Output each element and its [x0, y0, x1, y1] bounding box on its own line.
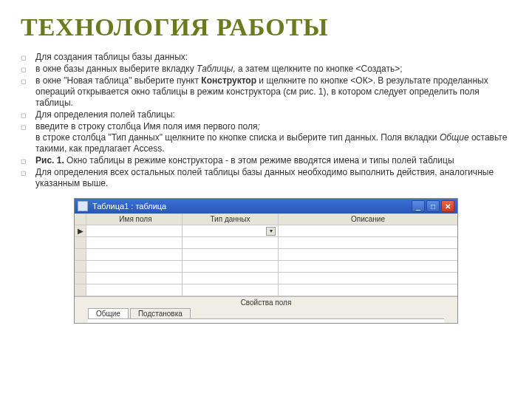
bullet-item: ◻Для создания таблицы базы данных: [21, 52, 511, 63]
col-field-name: Имя поля [86, 214, 183, 225]
tab-lookup[interactable]: Подстановка [130, 308, 191, 318]
row-selector-icon: ▶ [75, 225, 86, 236]
grid-header: Имя поля Тип данных Описание [75, 214, 457, 225]
data-type-cell[interactable]: ▾ [183, 225, 279, 236]
bullet-item: ◻Для определения полей таблицы: [21, 109, 511, 120]
minimize-button[interactable]: _ [412, 200, 425, 212]
bullet-text: в окне "Новая таблица" выберите пункт Ко… [35, 75, 511, 109]
bullet-marker: ◻ [21, 64, 35, 75]
bullet-text: введите в строку столбца Имя поля имя пе… [35, 121, 511, 154]
field-properties-caption: Свойства поля [75, 299, 457, 307]
grid-row[interactable] [75, 284, 457, 296]
bullet-item: ◻Рис. 1. Окно таблицы в режиме конструкт… [21, 155, 511, 166]
bullet-marker: ◻ [21, 167, 35, 189]
grid-row[interactable] [75, 273, 457, 284]
grid-row[interactable] [75, 237, 457, 249]
bullet-text: в окне базы данных выберите вкладку Табл… [35, 64, 511, 75]
bullet-marker: ◻ [21, 109, 35, 120]
property-tabs: Общие Подстановка [75, 308, 457, 318]
description-cell[interactable] [279, 225, 457, 236]
bullet-marker: ◻ [21, 75, 35, 109]
bullet-text: Для определения полей таблицы: [35, 109, 511, 120]
grid-row[interactable] [75, 261, 457, 273]
bullet-text: Для создания таблицы базы данных: [35, 52, 511, 63]
maximize-button[interactable]: □ [426, 200, 440, 212]
bullet-marker: ◻ [21, 155, 35, 166]
slide-title: ТЕХНОЛОГИЯ РАБОТЫ [21, 13, 511, 41]
grid-row[interactable]: ▶ ▾ [75, 225, 457, 237]
bullet-marker: ◻ [21, 52, 35, 63]
grid-row[interactable] [75, 249, 457, 261]
col-data-type: Тип данных [183, 214, 279, 225]
bullet-text: Для определения всех остальных полей таб… [35, 167, 511, 189]
window-titlebar: Таблица1 : таблица _ □ ✕ [75, 199, 457, 214]
col-description: Описание [279, 214, 457, 225]
dropdown-icon[interactable]: ▾ [266, 227, 276, 236]
bullet-text: Рис. 1. Окно таблицы в режиме конструкто… [35, 155, 511, 166]
window-icon [78, 201, 88, 211]
field-name-cell[interactable] [86, 225, 183, 236]
bullet-list: ◻Для создания таблицы базы данных:◻в окн… [21, 52, 511, 189]
close-button[interactable]: ✕ [441, 200, 454, 212]
bullet-item: ◻введите в строку столбца Имя поля имя п… [21, 121, 511, 154]
design-grid: Имя поля Тип данных Описание ▶ ▾ [75, 214, 457, 296]
window-title: Таблица1 : таблица [92, 202, 410, 211]
bullet-item: ◻в окне "Новая таблица" выберите пункт К… [21, 75, 511, 109]
field-properties: Свойства поля Общие Подстановка [75, 296, 457, 323]
tab-general[interactable]: Общие [88, 308, 129, 318]
figure-screenshot: Таблица1 : таблица _ □ ✕ Имя поля Тип да… [74, 198, 458, 324]
bullet-item: ◻Для определения всех остальных полей та… [21, 167, 511, 189]
bullet-marker: ◻ [21, 121, 35, 154]
bullet-item: ◻в окне базы данных выберите вкладку Таб… [21, 64, 511, 75]
